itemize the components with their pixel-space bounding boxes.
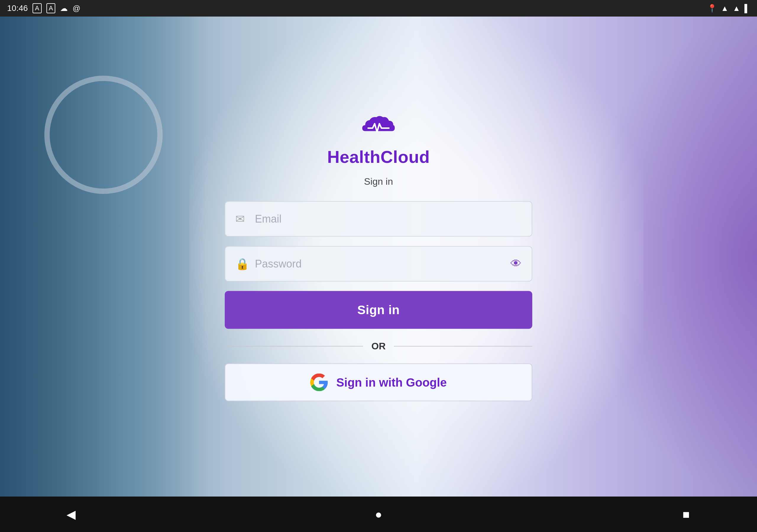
- email-icon: ✉: [235, 213, 245, 225]
- or-line-right: [394, 346, 532, 346]
- status-icon-cloud: ☁: [60, 4, 68, 13]
- signal-icon: ▲: [733, 4, 741, 13]
- signin-button[interactable]: Sign in: [225, 291, 532, 329]
- status-icon-a1: A: [33, 3, 42, 13]
- status-time: 10:46: [7, 4, 28, 13]
- recents-button[interactable]: ■: [674, 502, 698, 526]
- battery-icon: ▌: [744, 4, 750, 13]
- or-divider: OR: [225, 341, 532, 352]
- google-signin-button[interactable]: Sign in with Google: [225, 364, 532, 401]
- back-button[interactable]: ◀: [59, 502, 83, 526]
- home-button[interactable]: ●: [367, 502, 390, 526]
- logo-wrapper: [359, 112, 398, 140]
- wifi-icon: ▲: [721, 4, 729, 13]
- password-input[interactable]: [225, 246, 532, 282]
- or-line-left: [225, 346, 363, 346]
- status-icons-right: 📍 ▲ ▲ ▌: [707, 4, 750, 13]
- email-wrapper: ✉: [225, 201, 532, 237]
- or-text: OR: [363, 341, 394, 352]
- password-wrapper: 🔒 👁: [225, 246, 532, 282]
- nav-bar: ◀ ● ■: [0, 496, 757, 532]
- app-area: HealthCloud Sign in ✉ 🔒 👁 Sign in OR: [0, 16, 757, 496]
- app-title: HealthCloud: [327, 147, 430, 167]
- status-icon-at: @: [73, 4, 80, 13]
- status-left: 10:46 A A ☁ @: [7, 3, 80, 13]
- location-icon: 📍: [707, 4, 717, 13]
- eye-icon[interactable]: 👁: [510, 257, 522, 270]
- google-g-icon: [310, 373, 328, 391]
- signin-label: Sign in: [364, 176, 393, 187]
- status-bar: 10:46 A A ☁ @ 📍 ▲ ▲ ▌: [0, 0, 757, 16]
- status-icon-a2: A: [46, 3, 56, 13]
- google-button-label: Sign in with Google: [336, 376, 446, 389]
- lock-icon: 🔒: [235, 257, 249, 270]
- login-container: HealthCloud Sign in ✉ 🔒 👁 Sign in OR: [225, 112, 532, 401]
- app-logo: [359, 112, 398, 139]
- email-input[interactable]: [225, 201, 532, 237]
